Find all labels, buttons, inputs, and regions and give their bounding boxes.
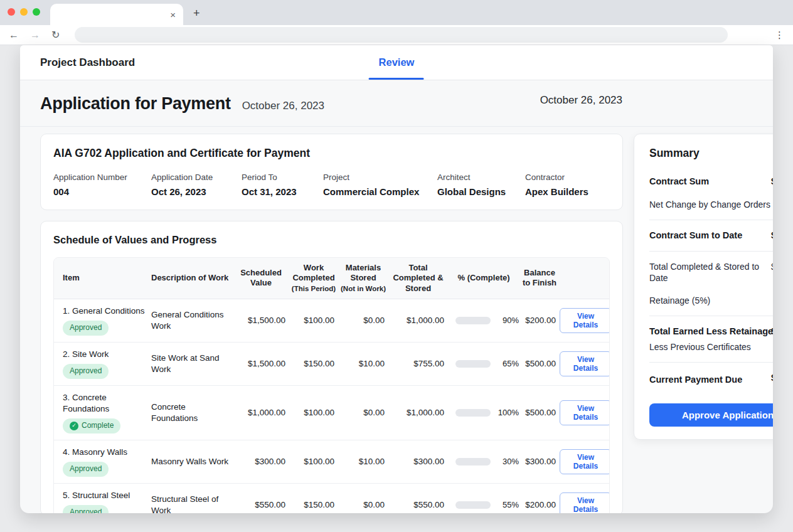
progress-track xyxy=(455,360,491,368)
summary-row-less-previous: Less Previous Certificates xyxy=(649,339,773,358)
col-total-completed: Total Completed & Stored xyxy=(388,258,448,299)
materials-stored-cell: $10.00 xyxy=(338,457,388,466)
percent-label: 100% xyxy=(495,408,519,417)
item-label: 4. Masonry Walls xyxy=(63,447,145,458)
col-scheduled-value: Scheduled Value xyxy=(233,263,289,294)
col-balance-to-finish: Balance to Finish xyxy=(519,263,560,294)
field-period-to: Period To Oct 31, 2023 xyxy=(242,173,323,197)
work-completed-cell: $150.00 xyxy=(289,359,338,368)
scheduled-value-cell: $1,500.00 xyxy=(233,316,289,325)
col-sub: (Not in Work) xyxy=(341,285,386,292)
col-main: Work Completed xyxy=(292,263,334,282)
total-completed-cell: $755.00 xyxy=(388,359,448,368)
field-label: Architect xyxy=(437,173,525,182)
status-label: Approved xyxy=(70,323,102,333)
check-icon: ✓ xyxy=(70,422,78,430)
tab-review[interactable]: Review xyxy=(379,45,415,80)
table-row: 2. Site Work ✓ Approved Site Work at San… xyxy=(54,343,609,386)
field-value: Oct 26, 2023 xyxy=(151,186,242,197)
action-cell: View Details xyxy=(560,351,610,376)
total-completed-cell: $300.00 xyxy=(388,457,448,466)
item-cell: 3. Concrete Foundations ✓ Complete xyxy=(54,392,145,434)
col-work-completed: Work Completed (This Period) xyxy=(289,258,338,299)
url-bar[interactable] xyxy=(75,27,728,43)
status-label: Complete xyxy=(82,421,114,431)
field-value: Oct 31, 2023 xyxy=(242,186,323,197)
divider xyxy=(649,220,773,220)
summary-value: $ xyxy=(771,372,773,384)
view-details-button[interactable]: View Details xyxy=(560,449,610,474)
item-label: 5. Structural Steel xyxy=(63,490,145,501)
summary-row-earned-less-retainage: Total Earned Less Retainage $ xyxy=(649,320,773,339)
browser-tab-strip: × + xyxy=(0,0,793,25)
approve-application-button[interactable]: Approve Application xyxy=(649,403,773,427)
back-icon[interactable]: ← xyxy=(9,29,19,41)
application-date-right: October 26, 2023 xyxy=(540,94,622,107)
browser-tab[interactable]: × xyxy=(50,4,183,25)
view-details-button[interactable]: View Details xyxy=(560,308,610,333)
field-value: 004 xyxy=(53,186,151,197)
scheduled-value-cell: $1,500.00 xyxy=(233,359,289,368)
progress-cell: 100% xyxy=(448,408,519,417)
page-title: Project Dashboard xyxy=(40,56,135,69)
application-title: Application for Payment xyxy=(40,94,231,114)
schedule-table: Item Description of Work Scheduled Value… xyxy=(53,257,610,513)
view-details-button[interactable]: View Details xyxy=(560,492,610,513)
new-tab-icon[interactable]: + xyxy=(193,7,200,20)
app-window: Project Dashboard Review Application for… xyxy=(20,45,773,513)
close-tab-icon[interactable]: × xyxy=(170,10,176,19)
percent-label: 30% xyxy=(495,457,519,466)
field-value: Apex Builders xyxy=(525,186,588,197)
status-label: Approved xyxy=(70,508,102,513)
scheduled-value-cell: $550.00 xyxy=(233,500,289,509)
close-window-button[interactable] xyxy=(8,8,15,16)
item-label: 1. General Conditions xyxy=(63,306,145,317)
field-project: Project Commercial Complex xyxy=(323,173,437,197)
divider xyxy=(649,251,773,252)
reload-icon[interactable]: ↻ xyxy=(51,29,60,41)
item-cell: 5. Structural Steel ✓ Approved xyxy=(54,490,145,513)
col-actions xyxy=(560,273,610,283)
total-completed-cell: $550.00 xyxy=(388,500,448,509)
col-percent-complete: % (Complete) xyxy=(448,268,519,288)
view-details-button[interactable]: View Details xyxy=(560,351,610,376)
schedule-title: Schedule of Values and Progress xyxy=(53,234,610,246)
browser-menu-icon[interactable]: ⋮ xyxy=(775,29,784,41)
table-header-row: Item Description of Work Scheduled Value… xyxy=(54,258,609,299)
action-cell: View Details xyxy=(560,308,610,333)
summary-label: Net Change by Change Orders xyxy=(649,200,770,210)
col-item: Item xyxy=(54,268,145,288)
description-cell: Structural Steel of Work xyxy=(145,494,233,513)
table-row: 5. Structural Steel ✓ Approved Structura… xyxy=(54,484,609,513)
g702-title: AIA G702 Application and Certificate for… xyxy=(53,147,610,160)
progress-track xyxy=(455,501,491,509)
table-row: 4. Masonry Walls ✓ Approved Masonry Wall… xyxy=(54,440,609,484)
forward-icon[interactable]: → xyxy=(30,29,40,41)
zoom-window-button[interactable] xyxy=(33,8,40,16)
minimize-window-button[interactable] xyxy=(20,8,28,16)
summary-label: Current Payment Due xyxy=(649,375,742,385)
progress-track xyxy=(455,317,491,324)
status-badge: ✓ Complete xyxy=(63,418,120,434)
summary-row-contract-sum: Contract Sum $ xyxy=(649,170,773,193)
item-label: 3. Concrete Foundations xyxy=(63,392,145,414)
summary-row-current-payment-due: Current Payment Due $ xyxy=(649,366,773,393)
status-badge: ✓ Approved xyxy=(63,321,109,336)
progress-cell: 65% xyxy=(448,359,519,368)
work-completed-cell: $150.00 xyxy=(289,500,338,509)
work-completed-cell: $100.00 xyxy=(289,457,338,466)
scheduled-value-cell: $1,000.00 xyxy=(233,408,289,417)
description-cell: Masonry Walls Work xyxy=(145,456,233,467)
field-label: Application Number xyxy=(53,173,151,182)
progress-track xyxy=(455,409,491,417)
browser-toolbar: ← → ↻ ⋮ xyxy=(0,25,793,45)
percent-label: 90% xyxy=(495,316,519,325)
col-main: Materials Stored xyxy=(346,263,381,282)
field-application-number: Application Number 004 xyxy=(53,173,151,197)
balance-cell: $200.00 xyxy=(519,500,560,509)
view-details-button[interactable]: View Details xyxy=(560,400,610,425)
g702-panel: AIA G702 Application and Certificate for… xyxy=(40,134,623,210)
balance-cell: $500.00 xyxy=(519,408,560,417)
application-date: October 26, 2023 xyxy=(242,100,324,112)
field-label: Project xyxy=(323,173,437,182)
